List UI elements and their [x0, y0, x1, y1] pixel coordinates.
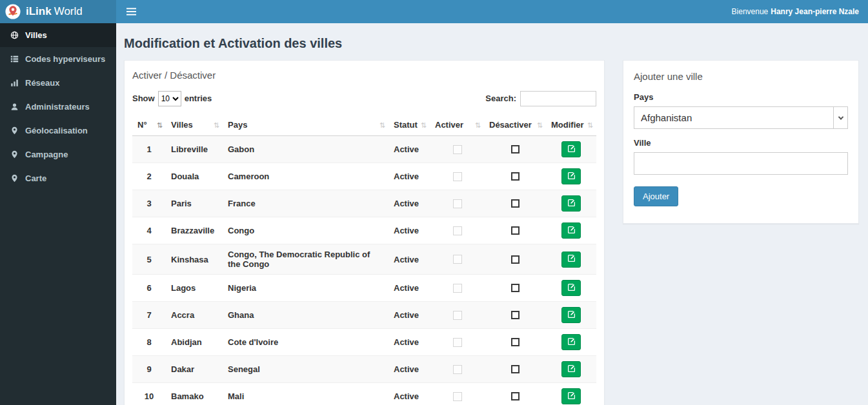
cell-desactiver: [484, 244, 546, 275]
entries-label: entries: [185, 94, 212, 103]
table-row: 7AccraGhanaActive: [132, 302, 596, 329]
cell-num: 7: [132, 302, 166, 329]
cell-ville: Bamako: [166, 383, 223, 405]
table-row: 8AbidjanCote d'IvoireActive: [132, 329, 596, 356]
column-header-desactiver[interactable]: Désactiver⇅: [484, 114, 546, 136]
cell-ville: Libreville: [166, 136, 223, 163]
cell-ville: Paris: [166, 190, 223, 217]
cell-pays: Mali: [223, 383, 389, 405]
map-marker-icon: [10, 126, 19, 135]
brand-light: World: [54, 5, 83, 17]
cell-modifier: [546, 136, 596, 163]
edit-icon: [567, 254, 576, 264]
search-label: Search:: [485, 94, 516, 103]
edit-button[interactable]: [561, 168, 581, 184]
column-label: Statut: [394, 120, 418, 130]
activer-checkbox: [453, 311, 462, 320]
brand[interactable]: iLinkWorld: [0, 0, 116, 23]
desactiver-checkbox[interactable]: [511, 172, 520, 181]
sidebar-item-villes[interactable]: Villes: [0, 23, 116, 47]
column-label: Pays: [228, 120, 247, 130]
cell-modifier: [546, 190, 596, 217]
desactiver-checkbox[interactable]: [511, 365, 520, 373]
table-body: 1LibrevilleGabonActive2DoualaCameroonAct…: [132, 136, 596, 405]
desactiver-checkbox[interactable]: [511, 199, 520, 208]
sidebar-item-label: Géolocalisation: [25, 126, 88, 135]
sidebar-item-carte[interactable]: Carte: [0, 166, 116, 190]
page-length-select[interactable]: 10: [158, 91, 181, 106]
add-panel-title: Ajouter une ville: [634, 71, 848, 82]
table-row: 1LibrevilleGabonActive: [132, 136, 596, 163]
table-row: 4BrazzavilleCongoActive: [132, 217, 596, 244]
table-row: 2DoualaCameroonActive: [132, 163, 596, 190]
activer-checkbox: [453, 172, 462, 181]
edit-button[interactable]: [561, 361, 581, 377]
edit-button[interactable]: [561, 252, 581, 268]
add-city-button[interactable]: Ajouter: [634, 186, 678, 206]
table-row: 6LagosNigeriaActive: [132, 275, 596, 302]
sort-icon: ⇅: [214, 121, 219, 129]
menu-toggle-icon[interactable]: [116, 0, 146, 23]
edit-button[interactable]: [561, 307, 581, 323]
sidebar-item-label: Villes: [25, 30, 47, 40]
cell-modifier: [546, 356, 596, 383]
sidebar-item-label: Codes hyperviseurs: [25, 54, 105, 64]
cell-modifier: [546, 329, 596, 356]
cell-statut: Active: [389, 136, 430, 163]
cell-statut: Active: [389, 302, 430, 329]
edit-button[interactable]: [561, 141, 581, 157]
column-header-activer[interactable]: Activer⇅: [430, 114, 484, 136]
edit-button[interactable]: [561, 334, 581, 350]
sidebar-item-codes-hyperviseurs[interactable]: Codes hyperviseurs: [0, 47, 116, 71]
cell-modifier: [546, 217, 596, 244]
country-select[interactable]: Afghanistan: [634, 106, 848, 129]
desactiver-checkbox[interactable]: [511, 145, 520, 153]
edit-button[interactable]: [561, 195, 581, 212]
welcome-user-name: Hanry Jean-pierre Nzale: [771, 7, 859, 16]
cell-activer: [430, 275, 484, 302]
desactiver-checkbox[interactable]: [511, 311, 520, 319]
column-header-n[interactable]: N°⇅: [132, 114, 166, 136]
desactiver-checkbox[interactable]: [511, 392, 520, 400]
cell-pays: Ghana: [223, 302, 389, 329]
column-label: Modifier: [551, 120, 584, 130]
desactiver-checkbox[interactable]: [511, 255, 520, 264]
edit-button[interactable]: [561, 280, 581, 296]
cell-modifier: [546, 383, 596, 405]
sidebar-item-administrateurs[interactable]: Administrateurs: [0, 95, 116, 119]
sidebar-item-geolocalisation[interactable]: Géolocalisation: [0, 119, 116, 143]
edit-icon: [567, 364, 576, 375]
app-logo: [5, 4, 21, 19]
sidebar-item-campagne[interactable]: Campagne: [0, 143, 116, 166]
column-header-statut[interactable]: Statut⇅: [389, 114, 430, 136]
column-header-modifier[interactable]: Modifier⇅: [546, 114, 596, 136]
list-icon: [10, 55, 19, 63]
map-marker-icon: [10, 150, 19, 159]
edit-icon: [567, 310, 576, 321]
country-label: Pays: [634, 92, 848, 102]
column-header-pays[interactable]: Pays⇅: [223, 114, 389, 136]
brand-bold: iLink: [26, 5, 52, 17]
map-marker-icon: [10, 174, 19, 183]
sidebar-item-reseaux[interactable]: Réseaux: [0, 71, 116, 95]
desactiver-checkbox[interactable]: [511, 226, 520, 235]
cell-activer: [430, 244, 484, 275]
edit-button[interactable]: [561, 388, 581, 404]
desactiver-checkbox[interactable]: [511, 338, 520, 346]
cell-statut: Active: [389, 329, 430, 356]
edit-button[interactable]: [561, 222, 581, 239]
cell-pays: Nigeria: [223, 275, 389, 302]
column-header-villes[interactable]: Villes⇅: [166, 114, 223, 136]
edit-icon: [567, 144, 576, 155]
desactiver-checkbox[interactable]: [511, 284, 520, 292]
show-label: Show: [132, 94, 155, 103]
cell-pays: Congo: [223, 217, 389, 244]
cities-table-panel: Activer / Désactiver Show10entries Searc…: [124, 60, 605, 405]
column-label: Désactiver: [489, 120, 532, 130]
table-row: 9DakarSenegalActive: [132, 356, 596, 383]
cell-activer: [430, 383, 484, 405]
navbar: BienvenueHanry Jean-pierre Nzale: [116, 0, 868, 23]
cell-ville: Abidjan: [166, 329, 223, 356]
city-input[interactable]: [634, 152, 848, 175]
search-input[interactable]: [520, 91, 596, 106]
